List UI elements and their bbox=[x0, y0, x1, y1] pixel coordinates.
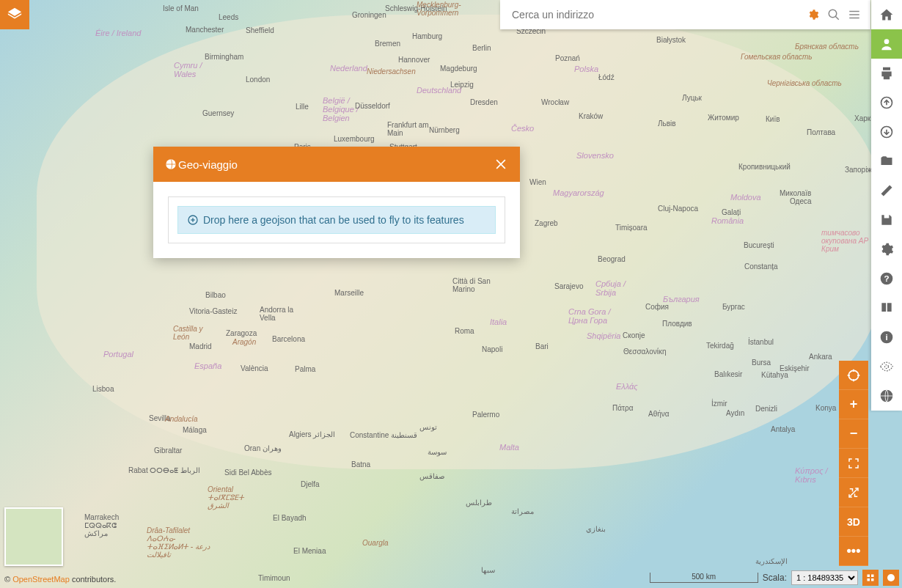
map-label: España bbox=[194, 361, 221, 370]
map-label: Aydın bbox=[726, 409, 744, 417]
map-label: Düsseldorf bbox=[355, 102, 390, 110]
gear-icon bbox=[807, 9, 819, 21]
search-settings-button[interactable] bbox=[803, 4, 824, 25]
map-label: Balıkesir bbox=[714, 370, 742, 378]
map-label: Berlin bbox=[472, 44, 491, 52]
map-label: Napoli bbox=[482, 345, 502, 353]
modal-header: Geo-viaggio bbox=[153, 147, 520, 182]
globe-icon bbox=[879, 389, 894, 403]
map-label: Marrakech ⵎⵕⵕⴰⴽⵛ مراكش bbox=[84, 513, 136, 537]
visibility-button[interactable] bbox=[871, 352, 902, 381]
map-label: Groningen bbox=[352, 11, 386, 19]
map-label: Πάτρα bbox=[612, 404, 633, 412]
map-label: Frankfurt am Main bbox=[387, 121, 431, 137]
zoom-out-button[interactable]: − bbox=[839, 419, 868, 449]
modal-title-text: Geo-viaggio bbox=[178, 158, 238, 171]
print-icon bbox=[879, 66, 894, 81]
locate-button[interactable] bbox=[839, 361, 868, 390]
minus-icon: − bbox=[850, 426, 858, 441]
info-icon: i bbox=[879, 330, 894, 345]
map-label: Birmingham bbox=[205, 53, 243, 61]
map-label: Timimoun bbox=[258, 574, 290, 582]
map-label: Isle of Man bbox=[163, 4, 199, 12]
download-button[interactable] bbox=[871, 117, 902, 147]
help-button[interactable]: ? bbox=[871, 264, 902, 293]
measure-button[interactable] bbox=[871, 176, 902, 205]
search-input[interactable] bbox=[506, 9, 803, 21]
map-label: Cluj-Napoca bbox=[658, 205, 698, 213]
svg-point-12 bbox=[885, 365, 889, 369]
docs-button[interactable] bbox=[871, 293, 902, 323]
plus-icon: + bbox=[850, 397, 858, 412]
map-label: سوسة bbox=[428, 448, 447, 456]
upload-icon bbox=[879, 95, 894, 110]
map-label: Guernsey bbox=[202, 109, 234, 117]
info-button[interactable]: i bbox=[871, 323, 902, 352]
map-label: Éire / Ireland bbox=[95, 29, 141, 37]
search-button[interactable] bbox=[824, 4, 844, 25]
map-label: Одеса bbox=[790, 197, 812, 205]
user-button[interactable] bbox=[871, 29, 902, 59]
map-label: Rabat ⵔⵔⴱⴰⵟ الرباط bbox=[128, 466, 200, 474]
extent-button[interactable] bbox=[839, 478, 868, 507]
map-label: Galați bbox=[722, 208, 741, 216]
3d-label: 3D bbox=[847, 516, 860, 528]
map-label: Скопје bbox=[623, 331, 645, 339]
map-label: Nürnberg bbox=[429, 126, 460, 134]
print-button[interactable] bbox=[871, 59, 902, 88]
book-icon bbox=[879, 301, 894, 315]
layers-button[interactable] bbox=[0, 0, 29, 29]
search-bar bbox=[500, 0, 870, 29]
map-label: Gibraltar bbox=[154, 446, 182, 455]
search-icon bbox=[827, 8, 840, 21]
user-icon bbox=[879, 37, 894, 51]
map-label: سبها bbox=[481, 566, 495, 574]
map-label: Львів bbox=[658, 120, 676, 128]
map-label: Barcelona bbox=[272, 335, 305, 343]
map-canvas[interactable]: Éire / Ireland Isle of Man Manchester Le… bbox=[0, 0, 902, 588]
globe-button[interactable] bbox=[871, 381, 902, 411]
svg-line-1 bbox=[835, 16, 839, 20]
map-label: Andorra la Vella bbox=[260, 306, 304, 322]
home-button[interactable] bbox=[871, 0, 902, 29]
map-label: Bremen bbox=[375, 40, 400, 48]
settings-button[interactable] bbox=[871, 235, 902, 264]
svg-point-0 bbox=[829, 10, 837, 18]
modal-title: Geo-viaggio bbox=[165, 158, 238, 171]
menu-button[interactable] bbox=[844, 4, 865, 25]
map-label: Sidi Bel Abbès bbox=[224, 468, 272, 477]
expand-icon bbox=[847, 457, 860, 470]
layers-icon bbox=[7, 7, 23, 23]
map-label: Leipzig bbox=[450, 81, 474, 89]
geojson-drop-zone[interactable]: Drop here a geojson that can be used to … bbox=[177, 206, 496, 234]
map-label: طرابلس bbox=[466, 499, 492, 507]
drop-message: Drop here a geojson that can be used to … bbox=[203, 214, 464, 226]
osm-link[interactable]: OpenStreetMap bbox=[12, 575, 70, 584]
map-label: Magyarország bbox=[553, 188, 604, 197]
footer-grid-button[interactable] bbox=[862, 570, 879, 586]
upload-button[interactable] bbox=[871, 88, 902, 117]
fullscreen-button[interactable] bbox=[839, 449, 868, 478]
map-label: București bbox=[744, 241, 774, 249]
minimap[interactable] bbox=[4, 507, 63, 566]
save-icon bbox=[879, 213, 894, 227]
more-button[interactable]: ••• bbox=[839, 537, 868, 566]
map-label: Palermo bbox=[472, 411, 499, 419]
scale-select[interactable]: 1 : 18489335 bbox=[791, 570, 858, 585]
map-label: Чернігівська область bbox=[767, 79, 842, 87]
dots-icon: ••• bbox=[847, 543, 861, 559]
map-label: Пловдив bbox=[662, 320, 692, 328]
zoom-in-button[interactable]: + bbox=[839, 390, 868, 419]
3d-button[interactable]: 3D bbox=[839, 507, 868, 537]
map-label: Lisboa bbox=[92, 385, 114, 393]
scale-label: Scala: bbox=[763, 573, 787, 583]
map-label: Cymru / Wales bbox=[174, 61, 218, 78]
map-label: İstanbul bbox=[748, 338, 774, 346]
svg-rect-25 bbox=[868, 575, 870, 578]
footer-globe-button[interactable] bbox=[883, 570, 899, 586]
folder-button[interactable] bbox=[871, 147, 902, 176]
map-label: Lille bbox=[296, 103, 309, 111]
save-button[interactable] bbox=[871, 205, 902, 235]
drop-frame: Drop here a geojson that can be used to … bbox=[168, 196, 505, 243]
modal-close-button[interactable] bbox=[494, 157, 508, 172]
